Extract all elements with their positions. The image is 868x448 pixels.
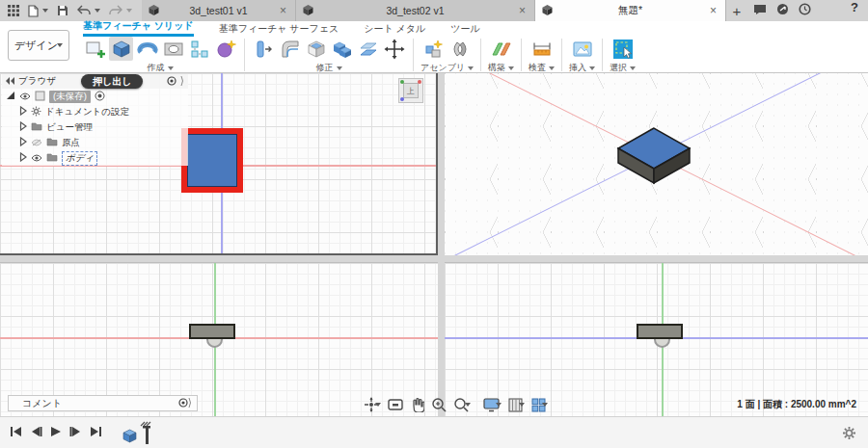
comment-settings-icon[interactable] (178, 398, 188, 409)
body-right-view[interactable] (637, 324, 683, 339)
select-icon[interactable] (610, 37, 635, 61)
shell-icon[interactable] (304, 37, 328, 61)
file-menu-caret[interactable] (42, 9, 48, 13)
create-sketch-icon[interactable] (83, 37, 107, 61)
display-settings-icon[interactable] (483, 398, 502, 412)
tab-close-icon[interactable]: × (517, 5, 528, 16)
fit-icon[interactable] (453, 397, 471, 412)
redo-caret[interactable] (126, 9, 132, 13)
tree-item-label: ボディ (62, 151, 97, 166)
press-pull-icon[interactable] (252, 37, 276, 61)
document-tab-2[interactable]: 3d_test02 v1 × (296, 0, 535, 21)
workspace-selector[interactable]: デザイン (8, 30, 69, 61)
hole-icon[interactable] (161, 37, 185, 61)
panel-handle-icon[interactable] (180, 76, 184, 88)
browser-item-bodies[interactable]: ボディ (2, 150, 188, 166)
look-at-icon[interactable] (388, 398, 403, 411)
root-document-label[interactable]: (未保存) (49, 91, 91, 103)
form-icon[interactable] (213, 37, 237, 61)
orbit-icon[interactable] (364, 397, 381, 412)
group-inspect: 検査 (525, 37, 558, 73)
job-status-icon[interactable] (776, 2, 789, 19)
document-tab-label: 3d_test02 v1 (318, 5, 512, 16)
timeline-go-end-icon[interactable] (90, 424, 102, 441)
zoom-icon[interactable] (431, 397, 447, 412)
comment-bubble-icon[interactable] (753, 2, 767, 19)
viewports-icon[interactable] (531, 398, 548, 412)
comment-panel[interactable]: コメント (8, 395, 198, 411)
collapse-panel-icon[interactable] (6, 76, 14, 87)
view-cube[interactable]: 上 (398, 78, 423, 103)
collapsed-arrow-icon[interactable] (19, 137, 27, 148)
timeline-gear-icon[interactable] (842, 426, 856, 444)
file-menu-icon[interactable] (28, 5, 39, 17)
help-button[interactable]: ? (841, 0, 868, 21)
visibility-off-icon[interactable] (31, 138, 42, 148)
new-tab-button[interactable]: + (726, 0, 747, 21)
revolve-icon[interactable] (135, 37, 159, 61)
group-modify: 修正 (248, 37, 410, 73)
pattern-icon[interactable] (187, 37, 211, 61)
folder-icon (46, 152, 58, 164)
viewport-iso[interactable] (445, 73, 868, 255)
browser-item-view-management[interactable]: ビュー管理 (2, 119, 188, 135)
ribbon-tab-surface[interactable]: 基準フィーチャ サーフェス (219, 22, 339, 37)
undo-caret[interactable] (95, 9, 100, 13)
document-tab-1[interactable]: 3d_test01 v1 × (142, 0, 296, 21)
offset-face-icon[interactable] (356, 37, 380, 61)
timeline-extrude-feature[interactable] (122, 421, 152, 444)
move-icon[interactable] (382, 37, 406, 61)
measure-icon[interactable] (529, 37, 554, 61)
timeline-go-start-icon[interactable] (10, 424, 22, 441)
collapsed-arrow-icon[interactable] (19, 106, 27, 118)
group-select: 選択 (606, 37, 639, 73)
app-menu-icon[interactable] (8, 5, 19, 16)
tab-close-icon[interactable]: × (708, 5, 719, 16)
display-settings-icon[interactable] (167, 76, 176, 88)
body-front-view[interactable] (189, 324, 235, 339)
ribbon-tab-solid[interactable]: 基準フィーチャ ソリッド (83, 19, 194, 37)
ribbon-tab-sheet-metal[interactable]: シート メタル (364, 22, 425, 37)
tree-item-label: ドキュメントの設定 (45, 106, 129, 119)
viewport-front[interactable] (0, 262, 438, 416)
ribbon-tab-tools[interactable]: ツール (450, 22, 479, 37)
insert-image-icon[interactable] (570, 37, 594, 61)
visibility-eye-icon[interactable] (19, 92, 31, 102)
fillet-icon[interactable] (278, 37, 302, 61)
timeline-play-icon[interactable] (50, 424, 62, 441)
tab-close-icon[interactable]: × (278, 5, 288, 16)
combine-icon[interactable] (330, 37, 354, 61)
collapsed-arrow-icon[interactable] (19, 152, 27, 164)
visibility-eye-icon[interactable] (31, 153, 42, 164)
ribbon-toolbar: 基準フィーチャ ソリッド 基準フィーチャ サーフェス シート メタル ツール デ… (0, 21, 868, 73)
view-cube-top-label: 上 (407, 86, 415, 96)
timeline-step-back-icon[interactable] (30, 424, 42, 441)
timeline-step-forward-icon[interactable] (69, 424, 82, 441)
activate-radio-icon[interactable] (95, 91, 105, 103)
save-icon[interactable] (57, 5, 68, 16)
viewport-right[interactable] (445, 262, 868, 416)
joint-icon[interactable] (448, 37, 473, 61)
undo-icon[interactable] (77, 5, 91, 16)
browser-item-origin[interactable]: 原点 (2, 135, 188, 150)
document-cube-icon (149, 5, 159, 17)
browser-root-row[interactable]: (未保存) (2, 89, 188, 104)
collapsed-arrow-icon[interactable] (19, 121, 27, 133)
body-iso-view[interactable] (609, 121, 705, 198)
selected-body-top-view[interactable] (181, 128, 243, 193)
panel-handle-icon[interactable] (188, 398, 192, 409)
viewcube-red-dot (418, 80, 421, 84)
comment-panel-label: コメント (22, 397, 178, 410)
pan-icon[interactable] (410, 397, 424, 412)
notification-clock-icon[interactable] (799, 2, 811, 19)
grid-settings-icon[interactable] (508, 398, 525, 412)
titlebar: 3d_test01 v1 × 3d_test02 v1 × 無題* × + ? (0, 0, 868, 21)
redo-icon[interactable] (109, 5, 122, 16)
extrude-icon[interactable] (109, 37, 133, 61)
expand-arrow-icon[interactable] (6, 91, 15, 102)
timeline-position-marker[interactable] (139, 421, 152, 444)
browser-item-document-settings[interactable]: ドキュメントの設定 (2, 104, 188, 119)
document-tab-active[interactable]: 無題* × (535, 0, 726, 21)
construct-plane-icon[interactable] (489, 37, 513, 61)
new-component-icon[interactable] (422, 37, 447, 61)
